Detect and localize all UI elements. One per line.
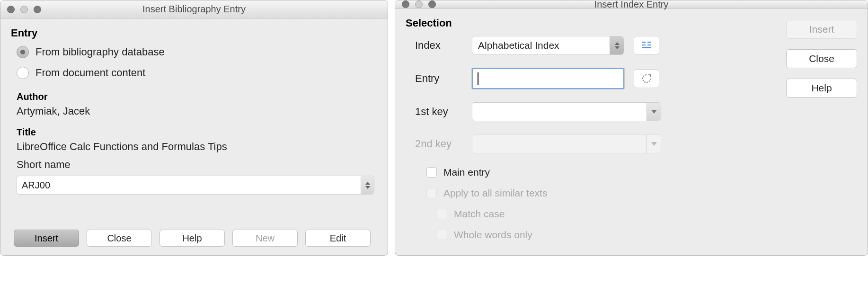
svg-rect-3: [647, 45, 651, 45]
title-value: LibreOffice Calc Functions and Formulas …: [17, 141, 377, 153]
chevron-down-icon: [647, 135, 661, 153]
author-label: Author: [17, 91, 377, 102]
index-value: Alphabetical Index: [478, 40, 559, 51]
svg-rect-0: [642, 42, 646, 43]
text-cursor-icon: [478, 72, 478, 85]
radio-icon: [17, 67, 29, 79]
index-row: Index Alphabetical Index: [415, 36, 777, 55]
svg-rect-4: [642, 47, 651, 48]
side-buttons: Insert Close Help: [786, 17, 857, 250]
author-value: Artymiak, Jacek: [17, 105, 377, 117]
index-select[interactable]: Alphabetical Index: [472, 36, 624, 55]
bibliography-dialog: Insert Bibliography Entry Entry From bib…: [0, 0, 388, 256]
checkbox-label: Whole words only: [454, 229, 532, 241]
apply-similar-checkbox: Apply to all similar texts: [426, 187, 777, 199]
whole-words-checkbox: Whole words only: [437, 229, 777, 241]
help-button[interactable]: Help: [786, 79, 857, 98]
dialog-title: Insert Bibliography Entry: [0, 4, 388, 15]
titlebar: Insert Bibliography Entry: [0, 0, 388, 18]
checkbox-label: Apply to all similar texts: [443, 187, 547, 199]
radio-from-document[interactable]: From document content: [17, 67, 377, 79]
radio-from-database[interactable]: From bibliography database: [17, 46, 377, 58]
key2-label: 2nd key: [415, 138, 462, 150]
checkbox-icon: [437, 230, 447, 240]
entry-input[interactable]: [472, 68, 624, 89]
close-button[interactable]: Close: [786, 49, 857, 68]
insert-button[interactable]: Insert: [14, 230, 79, 247]
refresh-entry-button[interactable]: [634, 69, 659, 88]
selection-section-heading: Selection: [406, 17, 777, 29]
checkbox-icon: [426, 188, 437, 198]
stepper-icon: [361, 176, 374, 194]
key2-row: 2nd key: [415, 134, 777, 153]
radio-label: From bibliography database: [35, 46, 165, 58]
entry-section-heading: Entry: [11, 27, 377, 39]
shortname-select[interactable]: ARJ00: [17, 176, 374, 195]
insert-button[interactable]: Insert: [786, 20, 857, 39]
main-entry-checkbox[interactable]: Main entry: [426, 167, 777, 178]
shortname-label: Short name: [17, 159, 377, 171]
checkbox-label: Match case: [454, 208, 505, 220]
index-dialog: Insert Index Entry Selection Index Alpha…: [395, 0, 868, 256]
key1-row: 1st key: [415, 102, 777, 121]
shortname-value: ARJ00: [22, 180, 50, 191]
key1-select[interactable]: [472, 102, 661, 121]
match-case-checkbox: Match case: [437, 208, 777, 220]
stepper-icon: [610, 36, 624, 54]
svg-rect-1: [642, 45, 646, 45]
close-button[interactable]: Close: [87, 230, 152, 247]
new-button[interactable]: New: [232, 230, 298, 247]
new-index-icon: [641, 40, 652, 51]
dialog-title: Insert Index Entry: [395, 0, 868, 10]
title-label: Title: [17, 127, 377, 138]
button-row: Insert Close Help New Edit: [14, 220, 377, 247]
new-index-button[interactable]: [634, 36, 659, 55]
checkbox-icon: [426, 167, 437, 178]
entry-row: Entry: [415, 68, 777, 89]
svg-rect-2: [647, 42, 651, 43]
help-button[interactable]: Help: [159, 230, 225, 247]
refresh-icon: [641, 73, 652, 84]
chevron-down-icon: [647, 103, 661, 121]
key2-select: [472, 134, 661, 153]
checkbox-icon: [437, 209, 447, 219]
key1-label: 1st key: [415, 106, 462, 118]
checkbox-label: Main entry: [443, 167, 490, 178]
index-label: Index: [415, 39, 462, 52]
radio-label: From document content: [35, 67, 145, 79]
radio-icon: [17, 46, 29, 58]
titlebar: Insert Index Entry: [395, 0, 868, 9]
edit-button[interactable]: Edit: [305, 230, 371, 247]
entry-label: Entry: [415, 72, 462, 85]
